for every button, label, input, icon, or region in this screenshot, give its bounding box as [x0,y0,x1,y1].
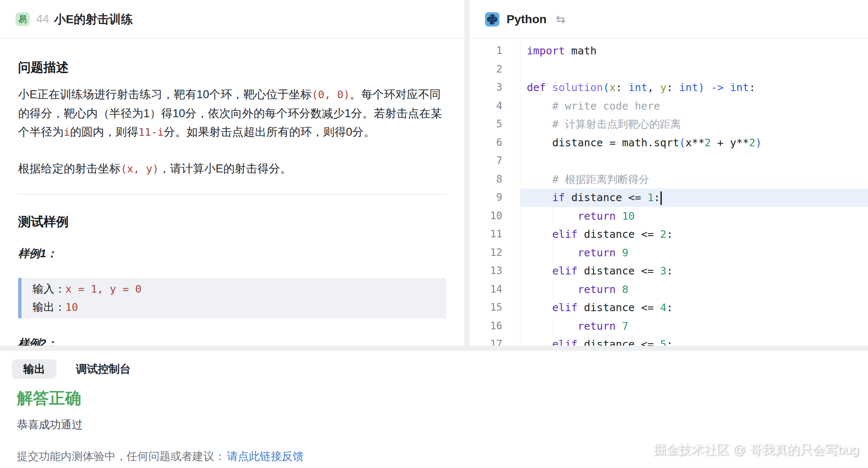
code-line-content: elif distance <= 4: [520,299,868,317]
code-line-content: # 根据距离判断得分 [520,170,868,189]
inline-code: i [64,126,70,138]
problem-panel: 易 44 小E的射击训练 问题描述 小E正在训练场进行射击练习，靶有10个环，靶… [0,0,464,346]
samples-list: 样例1：输入：x = 1, y = 0输出：10样例2： [18,246,446,346]
code-line-content: return 9 [520,244,868,262]
code-line[interactable]: 16 return 7 [469,317,868,336]
io-value: x = 1, y = 0 [65,283,142,295]
code-line-content: return 10 [520,207,868,226]
code-line[interactable]: 2 [469,60,868,79]
line-number: 15 [469,299,520,317]
code-line[interactable]: 9 if distance <= 1: [469,188,868,207]
line-number: 14 [469,280,520,299]
editor-panel: Python ⇆ 1import math23def solution(x: i… [469,0,868,346]
code-line-content: def solution(x: int, y: int) -> int: [520,78,868,97]
code-line[interactable]: 7 [469,152,868,170]
inline-code: (0, 0) [312,89,350,101]
code-line-content: return 7 [520,317,868,336]
code-editor[interactable]: 1import math23def solution(x: int, y: in… [469,39,868,346]
code-line-content: if distance <= 1: [520,188,868,207]
description-paragraph: 根据给定的射击坐标(x, y)，请计算小E的射击得分。 [18,159,446,178]
sample-io-line: 输入：x = 1, y = 0 [32,280,435,298]
line-number: 5 [469,115,520,134]
io-value: 10 [65,301,78,313]
io-label: 输入： [32,282,65,295]
line-number: 17 [469,335,520,346]
problem-title: 小E的射击训练 [54,11,133,27]
result-subtitle: 恭喜成功通过 [17,417,868,432]
code-line[interactable]: 17 elif distance <= 5: [469,335,868,346]
tab-调试控制台[interactable]: 调试控制台 [76,362,131,377]
code-line[interactable]: 1import math [469,42,868,60]
code-line[interactable]: 5 # 计算射击点到靶心的距离 [469,115,868,134]
sample-label: 样例1： [18,246,446,261]
line-number: 9 [469,188,520,207]
feedback-link[interactable]: 请点此链接反馈 [227,450,304,463]
description-paragraph: 小E正在训练场进行射击练习，靶有10个环，靶心位于坐标(0, 0)。每个环对应不… [18,85,446,142]
paragraph-text: 的圆内，则得 [70,126,138,138]
paragraph-text: ，请计算小E的射击得分。 [159,162,291,175]
line-number: 16 [469,317,520,336]
code-line[interactable]: 11 elif distance <= 2: [469,225,868,244]
text-cursor [660,191,662,205]
problem-number: 44 [36,13,49,26]
editor-header: Python ⇆ [469,0,868,39]
description-paragraphs: 小E正在训练场进行射击练习，靶有10个环，靶心位于坐标(0, 0)。每个环对应不… [18,85,446,178]
line-number: 4 [469,97,520,116]
code-line[interactable]: 3def solution(x: int, y: int) -> int: [469,78,868,97]
code-line[interactable]: 6 distance = math.sqrt(x**2 + y**2) [469,134,868,152]
code-line-content [520,152,868,170]
tab-输出[interactable]: 输出 [12,359,57,379]
sample-io-line: 输出：10 [32,298,435,316]
difficulty-badge: 易 [16,12,30,26]
problem-header: 易 44 小E的射击训练 [0,0,464,39]
code-line[interactable]: 12 return 9 [469,244,868,262]
line-number: 2 [469,60,520,79]
code-line-content: import math [520,42,868,60]
output-tabs: 输出调试控制台 [12,359,868,379]
code-line-content: # 计算射击点到靶心的距离 [520,115,868,134]
sample-label: 样例2： [18,336,446,346]
code-line[interactable]: 13 elif distance <= 3: [469,262,868,280]
paragraph-text: 分。如果射击点超出所有的环，则得0分。 [164,126,375,138]
code-line[interactable]: 10 return 10 [469,207,868,226]
python-icon [485,12,499,27]
line-number: 3 [469,78,520,97]
code-line-content: return 8 [520,280,868,299]
code-line-content: # write code here [520,97,868,116]
line-number: 11 [469,225,520,244]
line-number: 7 [469,152,520,170]
code-line-content: elif distance <= 5: [520,335,868,346]
description-heading: 问题描述 [18,61,446,74]
samples-heading: 测试样例 [18,215,446,229]
inline-code: 11-i [138,126,164,138]
paragraph-text: 根据给定的射击坐标 [18,162,121,175]
section-divider [18,194,446,195]
feedback-text: 提交功能内测体验中，任何问题或者建议： [17,450,225,463]
code-line[interactable]: 14 return 8 [469,280,868,299]
output-panel: 输出调试控制台 解答正确 恭喜成功通过 提交功能内测体验中，任何问题或者建议：请… [0,351,868,468]
code-line[interactable]: 4 # write code here [469,97,868,116]
code-line-content: distance = math.sqrt(x**2 + y**2) [520,134,868,152]
code-line-content: elif distance <= 2: [520,225,868,244]
result-title: 解答正确 [17,390,868,406]
feedback-row: 提交功能内测体验中，任何问题或者建议：请点此链接反馈 [17,449,868,464]
paragraph-text: 小E正在训练场进行射击练习，靶有10个环，靶心位于坐标 [18,88,312,101]
language-label: Python [507,13,547,26]
line-number: 12 [469,244,520,262]
sample-code-block: 输入：x = 1, y = 0输出：10 [18,278,446,318]
line-number: 10 [469,207,520,226]
code-line-content [520,60,868,79]
code-line[interactable]: 8 # 根据距离判断得分 [469,170,868,189]
inline-code: (x, y) [121,163,159,175]
line-number: 6 [469,134,520,152]
line-number: 8 [469,170,520,189]
code-line[interactable]: 15 elif distance <= 4: [469,299,868,317]
problem-content: 问题描述 小E正在训练场进行射击练习，靶有10个环，靶心位于坐标(0, 0)。每… [0,61,464,346]
switch-language-icon[interactable]: ⇆ [556,13,566,26]
code-line-content: elif distance <= 3: [520,262,868,280]
io-label: 输出： [32,301,65,313]
result-area: 解答正确 恭喜成功通过 提交功能内测体验中，任何问题或者建议：请点此链接反馈 [0,390,868,464]
line-number: 13 [469,262,520,280]
line-number: 1 [469,42,520,60]
